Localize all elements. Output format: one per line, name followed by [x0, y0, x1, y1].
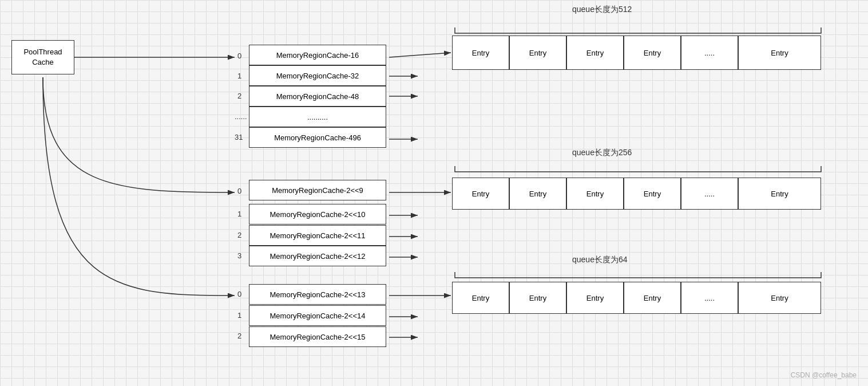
entry-2-3: Entry — [566, 178, 624, 210]
diagram: PoolThread Cache queue长度为512 0 MemoryReg… — [0, 0, 868, 386]
entry-1-3: Entry — [566, 36, 624, 70]
entry-1-1: Entry — [452, 36, 509, 70]
group3-row-0: MemoryRegionCache-2<<13 — [249, 284, 386, 305]
group1-index-2: 2 — [237, 92, 241, 100]
group3-row-2: MemoryRegionCache-2<<15 — [249, 326, 386, 347]
group1-index-31: 31 — [235, 133, 243, 141]
entry-2-6: Entry — [738, 178, 821, 210]
group1-row-31: MemoryRegionCache-496 — [249, 127, 386, 148]
pool-thread-cache-box: PoolThread Cache — [11, 40, 74, 74]
group2-index-1: 1 — [237, 210, 241, 218]
queue-label-2: queue长度为256 — [572, 148, 632, 158]
group2-row-1: MemoryRegionCache-2<<10 — [249, 204, 386, 224]
entry-3-2: Entry — [509, 282, 566, 314]
entry-3-1: Entry — [452, 282, 509, 314]
group2-index-3: 3 — [237, 251, 241, 260]
entry-2-4: Entry — [624, 178, 681, 210]
group2-row-3: MemoryRegionCache-2<<12 — [249, 246, 386, 266]
pool-thread-cache-label: PoolThread Cache — [23, 47, 62, 68]
entry-2-2: Entry — [509, 178, 566, 210]
entry-2-1: Entry — [452, 178, 509, 210]
svg-line-2 — [389, 53, 451, 57]
entry-3-5: ..... — [681, 282, 738, 314]
group3-index-1: 1 — [237, 311, 241, 320]
group2-row-2: MemoryRegionCache-2<<11 — [249, 225, 386, 246]
group1-row-0: MemoryRegionCache-16 — [249, 45, 386, 65]
group3-index-2: 2 — [237, 332, 241, 340]
entry-3-6: Entry — [738, 282, 821, 314]
queue-label-3: queue长度为64 — [572, 255, 628, 265]
group1-index-1: 1 — [237, 72, 241, 80]
entry-2-5: ..... — [681, 178, 738, 210]
group1-row-dots: .......... — [249, 107, 386, 127]
group2-index-2: 2 — [237, 231, 241, 239]
group1-index-dots: ...... — [235, 112, 247, 121]
group2-row-0: MemoryRegionCache-2<<9 — [249, 180, 386, 200]
entry-1-6: Entry — [738, 36, 821, 70]
entry-3-3: Entry — [566, 282, 624, 314]
group1-row-1: MemoryRegionCache-32 — [249, 65, 386, 86]
group2-index-0: 0 — [237, 187, 241, 195]
group1-row-2: MemoryRegionCache-48 — [249, 86, 386, 107]
entry-1-2: Entry — [509, 36, 566, 70]
watermark: CSDN @coffee_babe — [791, 371, 857, 379]
entry-1-5: ..... — [681, 36, 738, 70]
group1-index-0: 0 — [237, 52, 241, 60]
group3-row-1: MemoryRegionCache-2<<14 — [249, 305, 386, 326]
group3-index-0: 0 — [237, 290, 241, 298]
queue-label-1: queue长度为512 — [572, 5, 632, 15]
entry-1-4: Entry — [624, 36, 681, 70]
entry-3-4: Entry — [624, 282, 681, 314]
